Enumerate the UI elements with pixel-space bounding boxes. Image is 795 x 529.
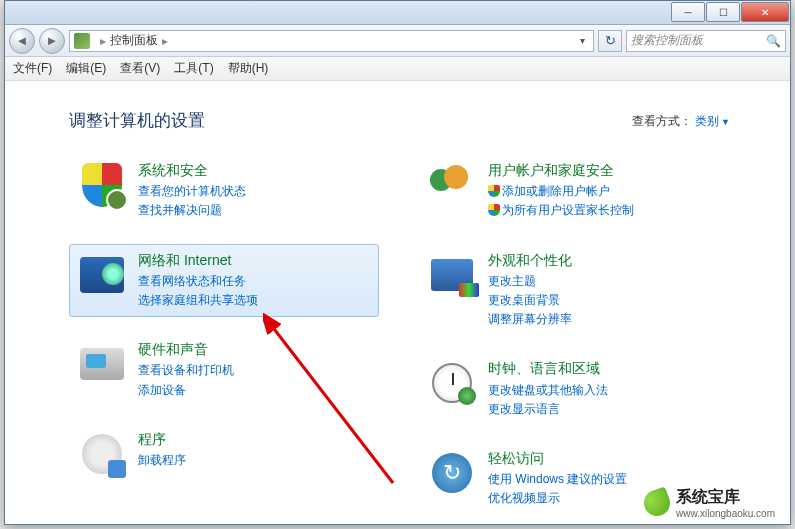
category-link[interactable]: 调整屏幕分辨率: [488, 310, 720, 329]
category-link[interactable]: 更改桌面背景: [488, 291, 720, 310]
category-link[interactable]: 更改键盘或其他输入法: [488, 381, 720, 400]
category-link[interactable]: 卸载程序: [138, 451, 370, 470]
control-panel-window: ─ ☐ ✕ ◄ ► ▸ 控制面板 ▸ ▾ ↻ 搜索控制面板 🔍 文件(F) 编辑…: [4, 0, 791, 525]
uac-shield-icon: [488, 185, 500, 197]
forward-button[interactable]: ►: [39, 28, 65, 54]
breadcrumb-text[interactable]: 控制面板: [110, 32, 158, 49]
category-link[interactable]: 选择家庭组和共享选项: [138, 291, 370, 310]
category-shield[interactable]: 系统和安全查看您的计算机状态查找并解决问题: [69, 154, 379, 228]
category-link[interactable]: 查看设备和打印机: [138, 361, 370, 380]
category-link[interactable]: 查找并解决问题: [138, 201, 370, 220]
back-button[interactable]: ◄: [9, 28, 35, 54]
menu-edit[interactable]: 编辑(E): [66, 60, 106, 77]
category-title[interactable]: 外观和个性化: [488, 251, 720, 269]
refresh-button[interactable]: ↻: [598, 30, 622, 52]
menu-tools[interactable]: 工具(T): [174, 60, 213, 77]
view-by-value[interactable]: 类别▼: [695, 114, 730, 128]
watermark-title: 系统宝库: [676, 488, 740, 505]
content-area: 调整计算机的设置 查看方式： 类别▼ 系统和安全查看您的计算机状态查找并解决问题…: [5, 81, 790, 524]
view-by-label: 查看方式：: [632, 114, 692, 128]
maximize-button[interactable]: ☐: [706, 2, 740, 22]
titlebar: ─ ☐ ✕: [5, 1, 790, 25]
minimize-button[interactable]: ─: [671, 2, 705, 22]
category-prog[interactable]: 程序卸载程序: [69, 423, 379, 485]
category-link[interactable]: 更改显示语言: [488, 400, 720, 419]
breadcrumb-arrow-icon: ▸: [100, 34, 106, 48]
category-title[interactable]: 用户帐户和家庭安全: [488, 161, 720, 179]
menu-help[interactable]: 帮助(H): [228, 60, 269, 77]
shield-icon: [78, 161, 126, 209]
close-button[interactable]: ✕: [741, 2, 789, 22]
category-users[interactable]: 用户帐户和家庭安全添加或删除用户帐户为所有用户设置家长控制: [419, 154, 729, 228]
address-dropdown-icon[interactable]: ▾: [576, 35, 589, 46]
appear-icon: [428, 251, 476, 299]
category-link[interactable]: 查看网络状态和任务: [138, 272, 370, 291]
category-link[interactable]: 添加或删除用户帐户: [488, 182, 720, 201]
hw-icon: [78, 340, 126, 388]
category-title[interactable]: 系统和安全: [138, 161, 370, 179]
leaf-icon: [640, 486, 673, 519]
search-icon[interactable]: 🔍: [766, 34, 781, 48]
clock-icon: [428, 359, 476, 407]
search-input[interactable]: 搜索控制面板 🔍: [626, 30, 786, 52]
category-link[interactable]: 添加设备: [138, 381, 370, 400]
control-panel-icon: [74, 33, 90, 49]
category-link[interactable]: 为所有用户设置家长控制: [488, 201, 720, 220]
category-link[interactable]: 查看您的计算机状态: [138, 182, 370, 201]
view-by: 查看方式： 类别▼: [632, 113, 730, 130]
menu-file[interactable]: 文件(F): [13, 60, 52, 77]
search-placeholder: 搜索控制面板: [631, 32, 703, 49]
menu-bar: 文件(F) 编辑(E) 查看(V) 工具(T) 帮助(H): [5, 57, 790, 81]
category-hw[interactable]: 硬件和声音查看设备和打印机添加设备: [69, 333, 379, 407]
category-clock[interactable]: 时钟、语言和区域更改键盘或其他输入法更改显示语言: [419, 352, 729, 426]
ease-icon: [428, 449, 476, 497]
watermark: 系统宝库 www.xilongbaoku.com: [644, 487, 775, 519]
users-icon: [428, 161, 476, 209]
category-title[interactable]: 硬件和声音: [138, 340, 370, 358]
category-title[interactable]: 轻松访问: [488, 449, 720, 467]
category-appear[interactable]: 外观和个性化更改主题更改桌面背景调整屏幕分辨率: [419, 244, 729, 337]
navigation-bar: ◄ ► ▸ 控制面板 ▸ ▾ ↻ 搜索控制面板 🔍: [5, 25, 790, 57]
uac-shield-icon: [488, 204, 500, 216]
category-title[interactable]: 网络和 Internet: [138, 251, 370, 269]
category-title[interactable]: 程序: [138, 430, 370, 448]
menu-view[interactable]: 查看(V): [120, 60, 160, 77]
category-net[interactable]: 网络和 Internet查看网络状态和任务选择家庭组和共享选项: [69, 244, 379, 318]
breadcrumb-arrow-icon: ▸: [162, 34, 168, 48]
watermark-url: www.xilongbaoku.com: [676, 508, 775, 519]
category-title[interactable]: 时钟、语言和区域: [488, 359, 720, 377]
net-icon: [78, 251, 126, 299]
category-link[interactable]: 更改主题: [488, 272, 720, 291]
address-bar[interactable]: ▸ 控制面板 ▸ ▾: [69, 30, 594, 52]
prog-icon: [78, 430, 126, 478]
